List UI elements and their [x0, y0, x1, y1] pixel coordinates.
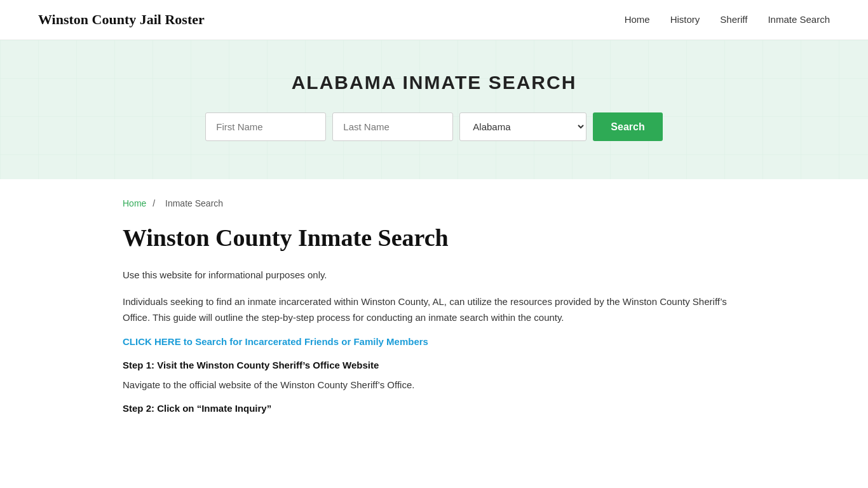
cta-link[interactable]: CLICK HERE to Search for Incarcerated Fr…: [123, 336, 428, 347]
page-title: Winston County Inmate Search: [123, 224, 745, 252]
step1-heading: Step 1: Visit the Winston County Sheriff…: [123, 360, 745, 370]
intro-paragraph-1: Use this website for informational purpo…: [123, 267, 745, 283]
first-name-input[interactable]: [205, 112, 326, 141]
search-button[interactable]: Search: [593, 112, 662, 141]
banner-title: ALABAMA INMATE SEARCH: [13, 72, 855, 93]
main-content: Home / Inmate Search Winston County Inma…: [85, 179, 783, 458]
nav-sheriff[interactable]: Sheriff: [720, 14, 747, 25]
site-title: Winston County Jail Roster: [38, 11, 205, 28]
breadcrumb-current: Inmate Search: [165, 198, 223, 208]
breadcrumb-home[interactable]: Home: [123, 198, 146, 208]
step1-text: Navigate to the official website of the …: [123, 377, 745, 393]
nav-history[interactable]: History: [670, 14, 700, 25]
nav-inmate-search[interactable]: Inmate Search: [768, 14, 830, 25]
intro-paragraph-2: Individuals seeking to find an inmate in…: [123, 294, 745, 326]
breadcrumb-separator: /: [153, 198, 155, 208]
search-form: Alabama Alaska Arizona Arkansas Californ…: [13, 112, 855, 141]
nav-home[interactable]: Home: [625, 14, 650, 25]
search-banner: ALABAMA INMATE SEARCH Alabama Alaska Ari…: [0, 40, 868, 179]
state-select[interactable]: Alabama Alaska Arizona Arkansas Californ…: [459, 112, 587, 141]
last-name-input[interactable]: [332, 112, 453, 141]
breadcrumb: Home / Inmate Search: [123, 198, 745, 208]
site-header: Winston County Jail Roster Home History …: [0, 0, 868, 40]
main-nav: Home History Sheriff Inmate Search: [625, 14, 830, 25]
step2-heading: Step 2: Click on “Inmate Inquiry”: [123, 403, 745, 414]
